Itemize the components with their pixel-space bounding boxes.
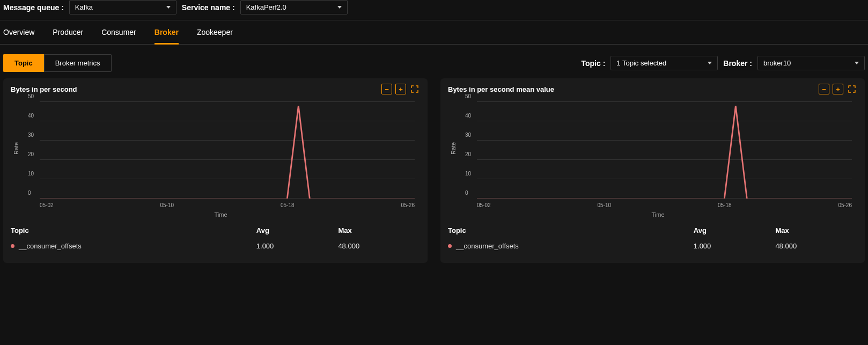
- panels-container: Bytes in per second − + Rate 0 10 20: [0, 78, 868, 263]
- x-tick: 05-26: [401, 202, 415, 208]
- legend-header-avg: Avg: [694, 226, 776, 234]
- series-max: 48.000: [775, 242, 857, 250]
- x-tick: 05-18: [718, 202, 732, 208]
- x-tick: 05-02: [477, 202, 491, 208]
- y-tick: 40: [28, 113, 34, 119]
- panel-header: Bytes in per second − +: [11, 84, 420, 94]
- main-tabs: Overview Producer Consumer Broker Zookee…: [0, 20, 868, 45]
- service-name-select[interactable]: KafkaPerf2.0: [240, 0, 348, 14]
- panel-bytes-in-mean: Bytes in per second mean value − + Rate …: [440, 78, 865, 263]
- x-axis-label: Time: [214, 211, 227, 218]
- y-tick: 40: [465, 113, 471, 119]
- legend-header-avg: Avg: [256, 226, 339, 234]
- topic-filter-select[interactable]: 1 Topic selected: [610, 56, 718, 70]
- series-avg: 1.000: [256, 242, 339, 250]
- y-tick: 30: [28, 132, 34, 138]
- expand-icon[interactable]: +: [395, 84, 406, 94]
- chart-plot: 0 10 20 30 40 50: [40, 102, 415, 199]
- x-axis: 05-02 05-10 05-18 05-26: [40, 202, 415, 208]
- series-avg: 1.000: [694, 242, 776, 250]
- series-dot-icon: [448, 244, 452, 248]
- tab-consumer[interactable]: Consumer: [101, 28, 136, 44]
- chart: Rate 0 10 20 30 40 50 05-02 05-1: [27, 102, 415, 215]
- y-tick: 50: [28, 93, 34, 99]
- panel-title: Bytes in per second: [11, 85, 77, 93]
- message-queue-label: Message queue :: [3, 3, 64, 12]
- x-tick: 05-10: [597, 202, 611, 208]
- legend-header-max: Max: [775, 226, 857, 234]
- broker-filter-value: broker10: [763, 59, 791, 67]
- legend-header-topic: Topic: [448, 226, 694, 234]
- fullscreen-icon[interactable]: [847, 84, 857, 94]
- x-tick: 05-26: [838, 202, 852, 208]
- legend-header-max: Max: [338, 226, 420, 234]
- caret-down-icon: [166, 6, 171, 9]
- tab-zookeeper[interactable]: Zookeeper: [197, 28, 233, 44]
- chart: Rate 0 10 20 30 40 50 05-02 05-1: [464, 102, 852, 215]
- tab-producer[interactable]: Producer: [53, 28, 83, 44]
- legend-table: Topic Avg Max __consumer_offsets 1.000 4…: [448, 226, 857, 250]
- caret-down-icon: [855, 62, 859, 64]
- subtab-broker-metrics[interactable]: Broker metrics: [44, 54, 112, 72]
- caret-down-icon: [708, 62, 712, 64]
- legend-item[interactable]: __consumer_offsets: [448, 242, 694, 250]
- y-tick: 0: [465, 190, 468, 196]
- topic-filter-value: 1 Topic selected: [616, 59, 666, 67]
- fullscreen-icon[interactable]: [409, 84, 420, 94]
- line-series: [477, 102, 852, 199]
- expand-icon[interactable]: +: [833, 84, 843, 94]
- x-tick: 05-18: [281, 202, 295, 208]
- y-tick: 30: [465, 132, 471, 138]
- y-tick: 20: [465, 151, 471, 157]
- x-tick: 05-10: [160, 202, 174, 208]
- message-queue-value: Kafka: [75, 3, 93, 11]
- caret-down-icon: [337, 6, 342, 9]
- topic-filter-label: Topic :: [581, 59, 605, 68]
- x-axis-label: Time: [651, 211, 664, 218]
- y-tick: 10: [465, 171, 471, 177]
- message-queue-select[interactable]: Kafka: [69, 0, 176, 14]
- y-tick: 20: [28, 151, 34, 157]
- legend-table: Topic Avg Max __consumer_offsets 1.000 4…: [11, 226, 420, 250]
- subtab-toggle: Topic Broker metrics: [3, 54, 112, 72]
- broker-filter-label: Broker :: [723, 59, 752, 68]
- panel-bytes-in: Bytes in per second − + Rate 0 10 20: [3, 78, 428, 263]
- collapse-icon[interactable]: −: [381, 84, 392, 94]
- series-max: 48.000: [338, 242, 420, 250]
- x-tick: 05-02: [40, 202, 54, 208]
- subtab-topic[interactable]: Topic: [3, 54, 44, 72]
- service-name-label: Service name :: [182, 3, 235, 12]
- collapse-icon[interactable]: −: [819, 84, 829, 94]
- legend-header-topic: Topic: [11, 226, 256, 234]
- x-axis: 05-02 05-10 05-18 05-26: [477, 202, 852, 208]
- topbar: Message queue : Kafka Service name : Kaf…: [0, 0, 868, 20]
- y-tick: 10: [28, 171, 34, 177]
- series-dot-icon: [11, 244, 14, 248]
- line-series: [40, 102, 415, 199]
- tab-overview[interactable]: Overview: [3, 28, 34, 44]
- broker-filter-select[interactable]: broker10: [757, 56, 865, 70]
- y-tick: 50: [465, 93, 471, 99]
- chart-plot: 0 10 20 30 40 50: [477, 102, 852, 199]
- panel-header: Bytes in per second mean value − +: [448, 84, 857, 94]
- y-tick: 0: [28, 190, 31, 196]
- series-name: __consumer_offsets: [456, 242, 519, 250]
- y-axis-label: Rate: [13, 142, 19, 155]
- filter-controls: Topic : 1 Topic selected Broker : broker…: [581, 56, 865, 70]
- service-name-value: KafkaPerf2.0: [246, 3, 286, 11]
- tab-broker[interactable]: Broker: [155, 28, 179, 45]
- legend-item[interactable]: __consumer_offsets: [11, 242, 256, 250]
- controls-row: Topic Broker metrics Topic : 1 Topic sel…: [0, 45, 868, 78]
- panel-title: Bytes in per second mean value: [448, 85, 554, 93]
- y-axis-label: Rate: [450, 142, 457, 155]
- series-name: __consumer_offsets: [19, 242, 82, 250]
